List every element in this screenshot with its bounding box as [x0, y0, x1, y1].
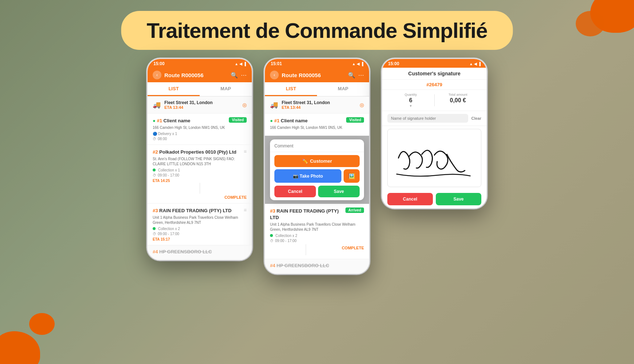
phone1-time: 15:00	[153, 61, 165, 66]
phone2-stop3-time: ⏱ 09:00 - 17:00	[270, 239, 364, 243]
phone2-search-icon[interactable]: 🔍	[348, 72, 355, 79]
stop-item-1[interactable]: ● #1 Client name Visited 166 Camden High…	[148, 114, 252, 145]
phone2-stop1-name: ● #1 Client name	[270, 118, 308, 123]
camera-icon: 📷	[293, 174, 298, 179]
stop1-time: ⏱ 08:00	[153, 137, 247, 141]
phone1-back-button[interactable]: ‹	[153, 71, 161, 79]
phone2-loc-info: Fleet Street 31, London ETA 13:44	[282, 100, 360, 110]
stop3-eta: ETA 15:17	[153, 237, 247, 241]
customer-icon: ✏️	[302, 158, 308, 164]
stop3-type: Collection x 2	[153, 227, 247, 231]
phone1-tab-list[interactable]: LIST	[148, 82, 200, 96]
p2-location-arrow-icon: ◎	[360, 102, 364, 108]
stop-item-2[interactable]: #2 Polkadot Properties 0010 (Pty) Ltd ≡ …	[148, 145, 252, 203]
stop3-time: ⏱ 09:00 - 17:00	[153, 232, 247, 236]
sig-save-button[interactable]: Save	[436, 193, 481, 205]
phone2-stop3-footer: COMPLETE	[270, 244, 364, 255]
modal-cancel-button[interactable]: Cancel	[274, 186, 316, 197]
phone2-loc-eta: ETA 13:44	[282, 105, 360, 110]
gallery-button[interactable]: 🖼️	[344, 169, 360, 183]
stop3-address: Unit 1 Alpha Business Park Travellors Cl…	[153, 215, 247, 225]
stop4-name: #4 HP GREENSBORO LLC	[153, 249, 212, 254]
stop2-complete[interactable]: COMPLETE	[153, 195, 247, 199]
sig-total-label: Total amount	[435, 93, 482, 96]
phone1-loc-eta: ETA 13:44	[164, 105, 242, 110]
action-modal: ✏️ Customer 📷 Take Photo 🖼️	[265, 136, 369, 204]
phone1-route-title: Route R000056	[164, 72, 228, 78]
stop2-name: #2 Polkadot Properties 0010 (Pty) Ltd	[153, 149, 236, 155]
phone2-list-content: 🚚 Fleet Street 31, London ETA 13:44 ◎ ● …	[265, 96, 369, 274]
phone1-nav-icons: 🔍 ⋯	[231, 72, 247, 79]
stop1-address: 166 Camden High St, London NW1 0NS, UK	[153, 125, 247, 130]
comment-input[interactable]	[274, 143, 360, 149]
signature-header-title: Customer's signature	[408, 71, 460, 76]
phone2-stop1[interactable]: ● #1 Client name Visited 166 Camden High…	[265, 114, 369, 136]
customer-button[interactable]: ✏️ Customer	[274, 155, 360, 167]
sig-footer: Cancel Save	[382, 190, 486, 208]
phone2-stop3-type: Collection x 2	[270, 234, 364, 238]
sig-order-number: #26479	[382, 80, 486, 90]
sig-total-item: Total amount 0,00 €	[435, 93, 482, 108]
phone2-back-button[interactable]: ‹	[270, 71, 279, 79]
sig-name-input[interactable]	[387, 114, 468, 123]
phones-container: 15:00 ▲ ◀ ▐ ‹ Route R000056 🔍 ⋯ LIST MAP	[147, 58, 487, 274]
phone3-nav-bar: Customer's signature	[382, 68, 486, 80]
cancel-save-row: Cancel Save	[274, 186, 360, 197]
sig-name-row: Clear	[382, 111, 486, 126]
phone1-nav-bar: ‹ Route R000056 🔍 ⋯	[148, 68, 252, 82]
take-photo-button[interactable]: 📷 Take Photo	[274, 169, 341, 183]
phone-1: 15:00 ▲ ◀ ▐ ‹ Route R000056 🔍 ⋯ LIST MAP	[147, 58, 253, 261]
phone-3: 15:00 ▲ ◀ ▐ Customer's signature #26479 …	[381, 58, 487, 209]
phone1-status-bar: 15:00 ▲ ◀ ▐	[148, 59, 252, 68]
phone3-time: 15:00	[388, 61, 399, 66]
phone1-tab-map[interactable]: MAP	[200, 82, 252, 96]
sig-quantity-value: 6	[387, 97, 434, 104]
phone1-more-icon[interactable]: ⋯	[241, 72, 247, 79]
phone1-status-icons: ▲ ◀ ▐	[235, 62, 246, 66]
phone2-status-bar: 15:01 ▲ ◀ ▐	[265, 59, 369, 68]
p2-signal-icon: ▲	[352, 62, 356, 66]
phone2-stop4[interactable]: #4 HP GREENSBORO LLC	[265, 259, 369, 274]
phone1-loc-info: Fleet Street 31, London ETA 13:44	[164, 100, 242, 110]
stop2-address: St. Ann's Road (FOLLOW THE PINK SIGNS) F…	[153, 157, 247, 167]
sig-quantity-dropdown-icon[interactable]: ▼	[387, 104, 434, 108]
p2-wifi-icon: ◀	[357, 62, 360, 66]
phone2-more-icon[interactable]: ⋯	[358, 72, 364, 79]
phone3-sig-content: #26479 Quantity 6 ▼ Total amount 0,00 € …	[382, 80, 486, 208]
wifi-icon: ◀	[239, 62, 242, 66]
photo-row: 📷 Take Photo 🖼️	[274, 169, 360, 183]
phone2-stop3-name: #3 RAIN FEED TRADING (PTY) LTD	[270, 208, 339, 220]
phone1-tab-bar: LIST MAP	[148, 82, 252, 96]
sig-meta-row: Quantity 6 ▼ Total amount 0,00 €	[382, 90, 486, 111]
stop-item-3[interactable]: #3 RAIN FEED TRADING (PTY) LTD ≡ Unit 1 …	[148, 203, 252, 245]
p3-battery-icon: ▐	[478, 62, 481, 66]
phone2-route-title: Route R000056	[282, 72, 345, 78]
stop2-menu-icon: ≡	[244, 149, 247, 154]
phone3-status-bar: 15:00 ▲ ◀ ▐	[382, 59, 486, 68]
stop1-type: 🔵 Delivery x 1	[153, 132, 247, 136]
battery-icon: ▐	[243, 62, 246, 66]
phone1-list-content: 🚚 Fleet Street 31, London ETA 13:44 ◎ ● …	[148, 96, 252, 260]
phone2-stop3-complete[interactable]: COMPLETE	[342, 246, 364, 255]
phone2-status-icons: ▲ ◀ ▐	[352, 62, 363, 66]
blob-bottom-left-2	[29, 313, 55, 335]
phone2-tab-map[interactable]: MAP	[317, 82, 369, 96]
comment-field[interactable]	[270, 139, 364, 152]
phone1-search-icon[interactable]: 🔍	[231, 72, 238, 79]
location-truck-icon: 🚚	[153, 101, 161, 109]
modal-card: ✏️ Customer 📷 Take Photo 🖼️	[270, 139, 364, 200]
phone2-stop4-name: #4 HP GREENSBORO LLC	[270, 263, 329, 268]
p3-wifi-icon: ◀	[474, 62, 477, 66]
phone1-loc-name: Fleet Street 31, London	[164, 100, 242, 105]
page-title: Traitement de Commande Simplifié	[147, 18, 488, 43]
modal-save-button[interactable]: Save	[318, 186, 360, 197]
sig-cancel-button[interactable]: Cancel	[387, 193, 433, 205]
phone2-stop3[interactable]: #3 RAIN FEED TRADING (PTY) LTD Arrived U…	[265, 204, 369, 259]
phone2-tab-list[interactable]: LIST	[265, 82, 317, 96]
stop-item-4[interactable]: #4 HP GREENSBORO LLC	[148, 245, 252, 260]
sig-clear-button[interactable]: Clear	[471, 116, 481, 120]
stop3-menu-icon: ≡	[244, 207, 247, 213]
title-banner: Traitement de Commande Simplifié	[121, 11, 513, 50]
signature-canvas[interactable]	[387, 129, 481, 187]
phone2-stop1-address: 166 Camden High St, London NW1 0NS, UK	[270, 125, 364, 130]
